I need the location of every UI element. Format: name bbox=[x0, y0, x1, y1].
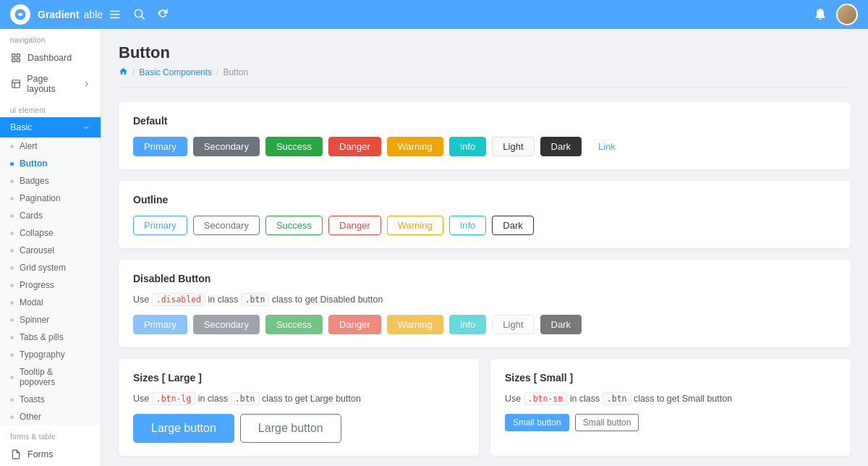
btn-code: .btn bbox=[231, 392, 260, 405]
sidebar-item-modal[interactable]: Modal bbox=[0, 294, 101, 311]
btn-light[interactable]: Light bbox=[492, 137, 534, 156]
svg-rect-9 bbox=[17, 59, 20, 62]
sidebar-item-tooltip-popovers[interactable]: Tooltip & popovers bbox=[0, 363, 101, 391]
btn-outline-dark[interactable]: Dark bbox=[492, 216, 533, 235]
breadcrumb-sep-1: / bbox=[132, 67, 135, 77]
sidebar-item-toasts[interactable]: Toasts bbox=[0, 391, 101, 408]
sidebar-item-tabs-pills[interactable]: Tabs & pills bbox=[0, 329, 101, 346]
sidebar-collapse-label: Collapse bbox=[20, 228, 54, 238]
sidebar-item-carousel[interactable]: Carousel bbox=[0, 242, 101, 259]
sidebar-item-other[interactable]: Other bbox=[0, 408, 101, 425]
btn-outline-warning[interactable]: Warning bbox=[387, 216, 443, 235]
layout-icon bbox=[10, 78, 21, 90]
btn-small-outline[interactable]: Small button bbox=[575, 414, 639, 431]
notification-bell[interactable] bbox=[813, 7, 827, 23]
breadcrumb-basic-components[interactable]: Basic Components bbox=[139, 67, 212, 77]
sidebar-item-badges[interactable]: Badges bbox=[0, 172, 101, 190]
sidebar-item-cards[interactable]: Cards bbox=[0, 207, 101, 224]
sizes-large-desc: Use .btn-lg in class .btn class to get L… bbox=[133, 394, 464, 404]
btn-disabled-secondary[interactable]: Secondary bbox=[193, 315, 260, 334]
disabled-section-title: Disabled Button bbox=[133, 273, 836, 284]
btn-disabled-dark[interactable]: Dark bbox=[540, 315, 582, 334]
disabled-code-btn: .btn bbox=[241, 293, 270, 306]
sidebar-badges-label: Badges bbox=[20, 176, 49, 186]
btn-danger[interactable]: Danger bbox=[328, 137, 381, 156]
btn-info[interactable]: Info bbox=[449, 137, 487, 156]
disabled-desc: Use .disabled in class .btn class to get… bbox=[133, 295, 836, 305]
btn-disabled-success[interactable]: Success bbox=[265, 315, 323, 334]
outline-buttons-row: Primary Secondary Success Danger Warning… bbox=[133, 216, 836, 235]
avatar[interactable] bbox=[836, 4, 858, 25]
search-icon[interactable] bbox=[133, 8, 146, 21]
sidebar-item-collapse[interactable]: Collapse bbox=[0, 224, 101, 242]
btn-sm-btn-code: .btn bbox=[603, 392, 631, 405]
btn-secondary[interactable]: Secondary bbox=[193, 137, 260, 156]
btn-disabled-light[interactable]: Light bbox=[492, 315, 534, 334]
sidebar-pagination-label: Pagination bbox=[20, 193, 61, 203]
sidebar-item-grid-system[interactable]: Grid system bbox=[0, 259, 101, 276]
sidebar-item-dashboard[interactable]: Dashboard bbox=[0, 47, 101, 69]
sidebar-typography-label: Typography bbox=[20, 350, 65, 360]
btn-primary[interactable]: Primary bbox=[133, 137, 187, 156]
small-buttons-row: Small button Small button bbox=[505, 414, 836, 431]
btn-dark[interactable]: Dark bbox=[540, 137, 582, 156]
sidebar-item-dashboard-label: Dashboard bbox=[27, 53, 72, 63]
dot-icon bbox=[10, 301, 14, 305]
sidebar-item-basic[interactable]: Basic bbox=[0, 117, 101, 137]
sidebar-item-alert[interactable]: Alert bbox=[0, 137, 101, 155]
basic-group: Alert Button Badges Pagination Cards Col… bbox=[0, 137, 101, 425]
btn-small-primary[interactable]: Small button bbox=[505, 414, 569, 431]
logo-icon bbox=[10, 4, 30, 25]
topbar-nav-icons bbox=[110, 8, 169, 21]
sidebar-item-pagination[interactable]: Pagination bbox=[0, 190, 101, 207]
btn-link[interactable]: Link bbox=[587, 137, 626, 156]
disabled-buttons-row: Primary Secondary Success Danger Warning… bbox=[133, 315, 836, 334]
btn-outline-info[interactable]: Info bbox=[449, 216, 487, 235]
file-icon bbox=[10, 449, 22, 460]
btn-success[interactable]: Success bbox=[265, 137, 323, 156]
btn-outline-danger[interactable]: Danger bbox=[328, 216, 381, 235]
large-buttons-row: Large button Large button bbox=[133, 414, 464, 443]
menu-icon[interactable] bbox=[110, 8, 123, 21]
sidebar-item-progress[interactable]: Progress bbox=[0, 276, 101, 294]
dot-icon bbox=[10, 266, 14, 270]
sidebar-progress-label: Progress bbox=[20, 280, 54, 290]
sidebar-item-page-layouts[interactable]: Page layouts bbox=[0, 69, 101, 99]
btn-outline-primary[interactable]: Primary bbox=[133, 216, 187, 235]
page-header: Button / Basic Components / Button bbox=[119, 43, 851, 88]
home-icon[interactable] bbox=[119, 67, 128, 78]
btn-disabled-warning[interactable]: Warning bbox=[387, 315, 443, 334]
sidebar-item-forms[interactable]: Forms bbox=[0, 444, 101, 465]
nav-section-label: navigation bbox=[0, 29, 101, 47]
default-card: Default Primary Secondary Success Danger… bbox=[119, 102, 851, 169]
sizes-small-desc: Use .btn-sm in class .btn class to get S… bbox=[505, 394, 836, 404]
btn-warning[interactable]: Warning bbox=[387, 137, 443, 156]
svg-line-5 bbox=[142, 17, 145, 20]
sidebar-item-button[interactable]: Button bbox=[0, 155, 101, 172]
sidebar-item-typography[interactable]: Typography bbox=[0, 346, 101, 363]
dot-icon bbox=[10, 353, 14, 357]
sizes-large-card: Sizes [ Large ] Use .btn-lg in class .bt… bbox=[119, 359, 479, 456]
main-content: Button / Basic Components / Button Defau… bbox=[101, 29, 868, 466]
btn-large-outline[interactable]: Large button bbox=[240, 414, 341, 443]
sizes-small-title: Sizes [ Small ] bbox=[505, 372, 836, 384]
dot-icon bbox=[10, 336, 14, 339]
topbar-left: Gradientable bbox=[10, 4, 169, 25]
sidebar-item-spinner[interactable]: Spinner bbox=[0, 311, 101, 329]
sidebar-item-page-layouts-label: Page layouts bbox=[27, 74, 76, 94]
btn-disabled-danger[interactable]: Danger bbox=[328, 315, 381, 334]
btn-lg-code: .btn-lg bbox=[152, 392, 195, 405]
btn-sm-code: .btn-sm bbox=[524, 392, 567, 405]
sidebar-button-label: Button bbox=[20, 158, 48, 169]
svg-rect-6 bbox=[12, 54, 15, 57]
btn-outline-success[interactable]: Success bbox=[265, 216, 323, 235]
grid-icon bbox=[10, 52, 22, 64]
sidebar-other-label: Other bbox=[20, 412, 41, 422]
sidebar-forms-label: Forms bbox=[27, 449, 53, 459]
btn-disabled-info[interactable]: Info bbox=[449, 315, 487, 334]
btn-disabled-primary[interactable]: Primary bbox=[133, 315, 187, 334]
btn-large-primary[interactable]: Large button bbox=[133, 414, 234, 443]
btn-outline-secondary[interactable]: Secondary bbox=[193, 216, 260, 235]
refresh-icon[interactable] bbox=[156, 8, 169, 21]
sidebar-basic-label: Basic bbox=[10, 122, 33, 132]
